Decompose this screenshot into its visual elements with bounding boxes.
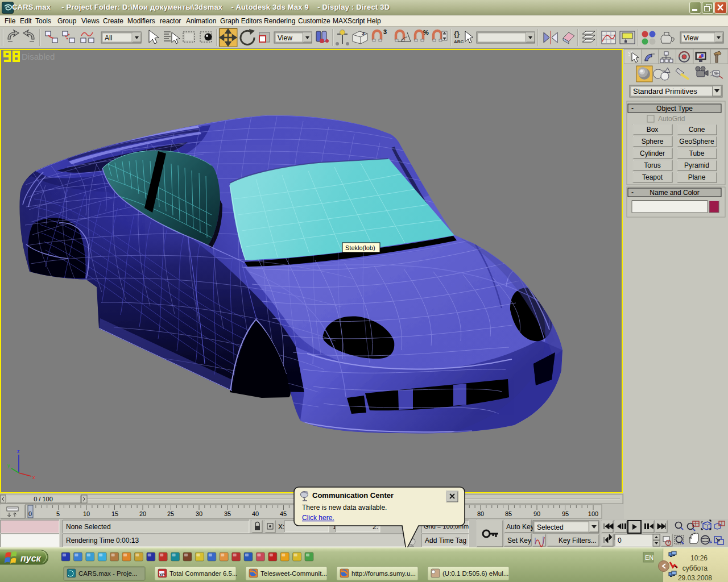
svg-text:z: z bbox=[17, 448, 20, 454]
svg-text:View: View bbox=[278, 34, 292, 42]
svg-text:Pyramid: Pyramid bbox=[684, 161, 709, 169]
svg-text:None Selected: None Selected bbox=[66, 523, 111, 531]
svg-text:ABC: ABC bbox=[454, 39, 464, 44]
svg-text:Teapot: Teapot bbox=[642, 173, 663, 181]
svg-text:Tube: Tube bbox=[689, 149, 705, 157]
svg-text:GeoSphere: GeoSphere bbox=[679, 138, 714, 146]
svg-text:-: - bbox=[631, 105, 634, 113]
svg-text:суббота: суббота bbox=[682, 564, 708, 572]
svg-text:Key Filters...: Key Filters... bbox=[559, 537, 597, 544]
svg-text:CARS.max - Proje...: CARS.max - Proje... bbox=[78, 570, 138, 577]
svg-text:XP: XP bbox=[159, 573, 165, 577]
svg-text:There is new data available.: There is new data available. bbox=[302, 504, 387, 512]
svg-text:{}: {} bbox=[454, 30, 460, 38]
svg-text:10:26: 10:26 bbox=[690, 554, 708, 562]
svg-text:Torus: Torus bbox=[644, 161, 660, 169]
svg-text:x: x bbox=[32, 475, 35, 480]
svg-text:35: 35 bbox=[224, 510, 231, 517]
svg-text:X:: X: bbox=[278, 523, 284, 531]
svg-text:y: y bbox=[7, 463, 10, 468]
svg-text:25: 25 bbox=[167, 510, 174, 517]
svg-text:Object Type: Object Type bbox=[656, 105, 693, 113]
svg-text:AutoGrid: AutoGrid bbox=[658, 115, 685, 123]
svg-text:Sphere: Sphere bbox=[642, 138, 664, 146]
svg-text:Cone: Cone bbox=[689, 126, 705, 134]
svg-text:40: 40 bbox=[252, 510, 259, 517]
svg-text:http://forums.sumy.u...: http://forums.sumy.u... bbox=[351, 570, 416, 577]
svg-text:Steklo(lob): Steklo(lob) bbox=[345, 244, 375, 251]
svg-text:Plane: Plane bbox=[688, 173, 706, 181]
svg-text:0: 0 bbox=[28, 510, 32, 517]
svg-text:80: 80 bbox=[477, 510, 484, 517]
svg-text:85: 85 bbox=[505, 510, 512, 517]
svg-text:Selected: Selected bbox=[537, 523, 564, 531]
svg-text:10: 10 bbox=[83, 510, 90, 517]
svg-text:Telesweet-Communit...: Telesweet-Communit... bbox=[260, 570, 327, 577]
svg-text:15: 15 bbox=[111, 510, 118, 517]
svg-text:(U:0.1 D:505.6) eMul...: (U:0.1 D:505.6) eMul... bbox=[442, 570, 508, 577]
svg-text:Communication Center: Communication Center bbox=[312, 491, 394, 500]
svg-text:Standard Primitives: Standard Primitives bbox=[633, 87, 697, 95]
svg-text:3: 3 bbox=[383, 28, 387, 35]
svg-text:View: View bbox=[684, 34, 698, 42]
svg-text:All: All bbox=[105, 34, 112, 42]
svg-text:-: - bbox=[631, 189, 634, 197]
svg-text:20: 20 bbox=[139, 510, 146, 517]
svg-text:95: 95 bbox=[562, 510, 569, 517]
svg-text:100: 100 bbox=[588, 510, 598, 517]
svg-text:Set Key: Set Key bbox=[507, 537, 531, 544]
svg-text:EN: EN bbox=[645, 554, 653, 561]
svg-text:Cylinder: Cylinder bbox=[640, 149, 665, 157]
svg-text:Name and Color: Name and Color bbox=[650, 189, 699, 197]
svg-text:3: 3 bbox=[362, 31, 365, 36]
svg-text:Rendering Time 0:00:13: Rendering Time 0:00:13 bbox=[66, 537, 139, 544]
svg-text:Total Commander 6.5...: Total Commander 6.5... bbox=[169, 570, 238, 577]
svg-text:пуск: пуск bbox=[20, 554, 42, 563]
svg-text:5: 5 bbox=[56, 510, 60, 517]
svg-text:Auto Key: Auto Key bbox=[506, 523, 534, 531]
svg-text:0: 0 bbox=[618, 537, 622, 544]
svg-text:30: 30 bbox=[196, 510, 202, 517]
svg-text:Click here.: Click here. bbox=[302, 514, 334, 522]
svg-text:29.03.2008: 29.03.2008 bbox=[678, 574, 712, 582]
svg-text:0 / 100: 0 / 100 bbox=[34, 496, 53, 502]
svg-text:%: % bbox=[423, 29, 429, 36]
svg-text:45: 45 bbox=[280, 510, 287, 517]
svg-text:90: 90 bbox=[533, 510, 540, 517]
svg-text:Box: Box bbox=[647, 126, 659, 134]
